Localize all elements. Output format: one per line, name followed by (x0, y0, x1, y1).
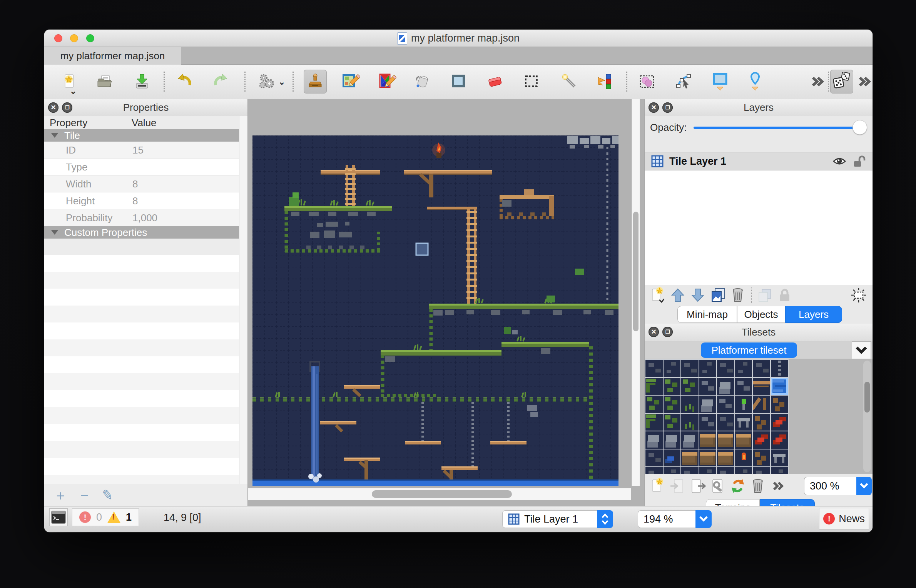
tileset-tile[interactable] (717, 414, 735, 432)
layer-unlocked-icon[interactable] (852, 155, 866, 168)
property-row-width[interactable]: Width 8 (44, 175, 247, 192)
tileset-tile[interactable] (717, 431, 735, 449)
tileset-tile[interactable] (717, 360, 735, 378)
tileset-tile[interactable] (645, 449, 664, 468)
tileset-tile[interactable] (735, 467, 753, 474)
insert-point-tool[interactable] (744, 70, 767, 94)
tileset-tile[interactable] (735, 396, 753, 414)
tileset-toolbar-overflow[interactable] (768, 477, 788, 495)
layer-row-tile-layer-1[interactable]: Tile Layer 1 (645, 152, 873, 170)
tileset-tile[interactable] (664, 360, 682, 378)
tileset-tile[interactable] (664, 396, 682, 414)
tileset-tile[interactable] (645, 360, 664, 378)
tileset-tile[interactable] (681, 449, 699, 468)
tileset-tile[interactable] (717, 449, 735, 468)
tile-group-header[interactable]: Tile (44, 129, 247, 142)
map-zoom-select[interactable]: 194 % (638, 510, 712, 528)
tileset-tile[interactable] (664, 414, 682, 432)
select-same-tile-tool[interactable] (593, 70, 616, 94)
tileset-grid[interactable] (645, 359, 789, 474)
tileset-tile[interactable] (699, 396, 717, 414)
map-canvas[interactable] (252, 135, 618, 486)
rectangular-select-tool[interactable] (520, 70, 543, 94)
remove-property-button[interactable]: − (80, 488, 89, 502)
tileset-tile[interactable] (681, 431, 699, 449)
tileset-tile[interactable] (681, 414, 699, 432)
properties-scrollbar[interactable] (239, 116, 247, 484)
tileset-tile[interactable] (645, 378, 664, 396)
tileset-tile[interactable] (699, 360, 717, 378)
bucket-fill-tool[interactable] (411, 70, 434, 94)
opacity-slider[interactable] (694, 120, 867, 135)
tileset-tile[interactable] (664, 431, 682, 449)
tileset-tile[interactable] (681, 396, 699, 414)
edit-polygons-tool[interactable] (672, 70, 695, 94)
tileset-zoom-select[interactable]: 300 % (804, 477, 872, 495)
tileset-tile[interactable] (771, 378, 789, 396)
open-file-button[interactable] (94, 70, 117, 94)
tileset-tile[interactable] (735, 431, 753, 449)
insert-rectangle-tool[interactable] (709, 70, 732, 94)
float-panel-icon[interactable]: ❐ (662, 102, 673, 113)
tileset-tile[interactable] (645, 467, 664, 474)
tileset-tile[interactable] (753, 378, 771, 396)
lower-layer-button[interactable] (688, 286, 708, 304)
tab-mini-map[interactable]: Mini-map (677, 306, 737, 323)
save-file-button[interactable] (130, 70, 154, 94)
tileset-tile[interactable] (771, 431, 789, 449)
float-panel-icon[interactable]: ❐ (662, 327, 673, 337)
property-row-probability[interactable]: Probability 1,000 (44, 209, 247, 226)
magic-wand-tool[interactable] (557, 70, 580, 94)
undo-button[interactable] (173, 70, 196, 94)
terrain-fill-tool[interactable] (376, 70, 399, 94)
tileset-tile[interactable] (699, 449, 717, 468)
tileset-tile[interactable] (753, 414, 771, 432)
tileset-tile[interactable] (717, 467, 735, 474)
issues-counter[interactable]: ! 0 1 (72, 508, 139, 526)
add-property-button[interactable]: ＋ (53, 488, 67, 502)
new-layer-button[interactable]: ★ (648, 286, 668, 304)
remove-tileset-button[interactable] (748, 477, 768, 495)
shape-fill-tool[interactable] (447, 70, 470, 94)
tileset-tile[interactable] (664, 378, 682, 396)
tileset-tile[interactable] (753, 431, 771, 449)
stamp-brush-tool[interactable] (304, 70, 327, 94)
tileset-tab-platformer[interactable]: Platformer tileset (701, 342, 797, 358)
layer-select-stepper[interactable] (597, 510, 613, 528)
export-tileset-button[interactable] (688, 477, 708, 495)
tileset-tile[interactable] (735, 360, 753, 378)
duplicate-layer-button[interactable] (708, 286, 728, 304)
automap-dropdown-chevron[interactable]: ⌄ (278, 77, 285, 87)
tileset-tile[interactable] (645, 396, 664, 414)
embed-tileset-button[interactable] (668, 477, 688, 495)
tileset-tile[interactable] (664, 467, 682, 474)
tileset-tile[interactable] (699, 414, 717, 432)
close-panel-icon[interactable]: ✕ (649, 327, 659, 337)
property-row-id[interactable]: ID 15 (44, 142, 247, 159)
close-panel-icon[interactable]: ✕ (649, 102, 659, 113)
tileset-tile[interactable] (664, 449, 682, 468)
highlight-current-layer-button[interactable] (849, 286, 869, 304)
lock-layers-button[interactable] (775, 286, 795, 304)
news-button[interactable]: ! News (819, 508, 869, 530)
automap-button[interactable] (256, 70, 279, 94)
tileset-tile[interactable] (771, 414, 789, 432)
raise-layer-button[interactable] (668, 286, 688, 304)
tools-overflow-button[interactable] (852, 70, 873, 94)
select-objects-tool[interactable] (636, 70, 659, 94)
tab-layers[interactable]: Layers (785, 306, 842, 323)
tileset-tile[interactable] (681, 467, 699, 474)
float-panel-icon[interactable]: ❐ (62, 102, 72, 113)
map-horizontal-scrollbar[interactable] (248, 488, 631, 500)
show-hide-layers-button[interactable] (755, 286, 775, 304)
close-panel-icon[interactable]: ✕ (48, 102, 59, 113)
tileset-tile[interactable] (699, 431, 717, 449)
zoom-select-button[interactable] (695, 510, 712, 528)
console-toggle-button[interactable] (49, 508, 68, 526)
tileset-tile[interactable] (771, 360, 789, 378)
eraser-tool[interactable] (484, 70, 507, 94)
map-vertical-scrollbar[interactable] (632, 99, 640, 486)
edit-tileset-button[interactable] (708, 477, 728, 495)
random-mode-button[interactable] (830, 70, 853, 94)
tileset-tile[interactable] (753, 360, 771, 378)
